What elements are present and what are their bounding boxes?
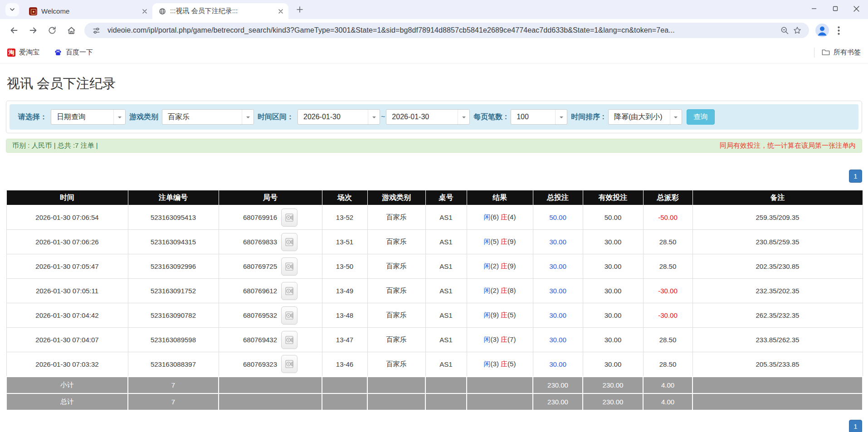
total-bet-link[interactable]: 30.00 bbox=[549, 238, 566, 246]
cell-bet-id: 523163094315 bbox=[128, 230, 219, 254]
footer-cell-4 bbox=[367, 377, 425, 393]
tab-bet-record[interactable]: :::视讯 会员下注纪录::: bbox=[152, 3, 288, 19]
column-header: 总投注 bbox=[533, 190, 583, 205]
tab-welcome[interactable]: Welcome bbox=[23, 3, 152, 19]
total-bet-link[interactable]: 30.00 bbox=[549, 311, 566, 319]
video-replay-button[interactable] bbox=[281, 306, 297, 325]
site-info-icon[interactable] bbox=[90, 24, 102, 37]
bookmark-taobao[interactable]: 淘 爱淘宝 bbox=[7, 48, 39, 57]
total-bet-link[interactable]: 30.00 bbox=[549, 287, 566, 295]
address-bar[interactable]: videoie.com/ipl/portal.php/game/betrecor… bbox=[84, 23, 809, 38]
video-replay-button[interactable] bbox=[281, 282, 297, 300]
chevron-down-icon[interactable] bbox=[242, 110, 254, 124]
cell-total-bet: 30.00 bbox=[533, 254, 583, 279]
cell-session: 13-46 bbox=[322, 352, 367, 377]
bookmark-baidu[interactable]: 百度一下 bbox=[54, 48, 93, 57]
taobao-icon: 淘 bbox=[7, 49, 15, 57]
column-header: 场次 bbox=[322, 190, 367, 205]
minimize-button[interactable] bbox=[803, 0, 824, 17]
cell-session: 13-47 bbox=[322, 328, 367, 352]
cell-game-type: 百家乐 bbox=[367, 279, 425, 303]
table-header: 时间注单编号局号场次游戏类别桌号结果总投注有效投注总派彩备注 bbox=[6, 190, 863, 205]
chevron-down-icon[interactable] bbox=[555, 110, 567, 124]
browser-menu-button[interactable] bbox=[833, 23, 844, 38]
cell-round-id: 680769916 bbox=[219, 205, 322, 230]
url-text[interactable]: videoie.com/ipl/portal.php/game/betrecor… bbox=[107, 26, 778, 34]
cell-valid-bet: 30.00 bbox=[583, 328, 643, 352]
bet-record-row: 2026-01-30 07:04:07523163089598680769432… bbox=[6, 328, 863, 352]
video-replay-button[interactable] bbox=[281, 355, 297, 373]
cell-time: 2026-01-30 07:03:32 bbox=[6, 352, 128, 377]
chevron-down-icon[interactable] bbox=[670, 110, 682, 124]
query-type-select[interactable]: 日期查询 bbox=[51, 109, 126, 125]
game-type-label: 游戏类别 bbox=[129, 112, 158, 122]
video-replay-button[interactable] bbox=[281, 257, 297, 276]
footer-cell-7: 230.00 bbox=[533, 377, 583, 393]
forward-button[interactable] bbox=[24, 22, 42, 39]
chevron-down-icon[interactable] bbox=[368, 110, 380, 124]
bookmark-label: 爱淘宝 bbox=[19, 48, 39, 57]
date-from-select[interactable]: 2026-01-30 bbox=[297, 109, 380, 125]
pagination-bottom: 1 bbox=[6, 420, 862, 432]
column-header: 时间 bbox=[6, 190, 128, 205]
search-button[interactable]: 查询 bbox=[687, 109, 715, 125]
cell-note: 233.85/262.35 bbox=[692, 328, 863, 352]
time-range-label: 时间区间： bbox=[258, 112, 294, 122]
footer-cell-3 bbox=[322, 377, 367, 393]
cell-result: 闲(5) 庄(9) bbox=[467, 230, 533, 254]
cell-game-type: 百家乐 bbox=[367, 352, 425, 377]
zoom-icon[interactable] bbox=[778, 24, 791, 37]
new-tab-button[interactable] bbox=[293, 3, 307, 16]
film-icon bbox=[285, 335, 294, 345]
page-button-1[interactable]: 1 bbox=[849, 420, 862, 432]
footer-cell-0: 小计 bbox=[6, 377, 128, 393]
close-icon bbox=[142, 9, 147, 14]
reload-button[interactable] bbox=[44, 22, 61, 39]
video-replay-button[interactable] bbox=[281, 209, 297, 227]
cell-table-no: AS1 bbox=[425, 352, 467, 377]
page-size-select[interactable]: 100 bbox=[511, 109, 567, 125]
tab-search-button[interactable] bbox=[5, 3, 19, 16]
back-button[interactable] bbox=[5, 22, 23, 39]
column-header: 游戏类别 bbox=[367, 190, 425, 205]
footer-cell-2 bbox=[219, 393, 322, 410]
cell-table-no: AS1 bbox=[425, 303, 467, 328]
cell-result: 闲(3) 庄(7) bbox=[467, 328, 533, 352]
welcome-favicon-icon bbox=[29, 7, 37, 15]
cell-note: 230.85/259.35 bbox=[692, 230, 863, 254]
all-bookmarks-button[interactable]: 所有书签 bbox=[814, 48, 861, 58]
bet-record-row: 2026-01-30 07:05:11523163091752680769612… bbox=[6, 279, 863, 303]
chevron-down-icon[interactable] bbox=[458, 110, 469, 124]
total-bet-link[interactable]: 30.00 bbox=[549, 336, 566, 344]
video-replay-button[interactable] bbox=[281, 233, 297, 251]
cell-game-type: 百家乐 bbox=[367, 205, 425, 230]
player-result: 闲 bbox=[484, 238, 491, 245]
total-bet-link[interactable]: 30.00 bbox=[549, 262, 566, 270]
total-bet-link[interactable]: 30.00 bbox=[549, 360, 566, 368]
profile-avatar[interactable] bbox=[815, 24, 829, 37]
tab-close-button[interactable] bbox=[276, 7, 285, 15]
total-bet-link[interactable]: 50.00 bbox=[549, 214, 566, 221]
cell-time: 2026-01-30 07:04:07 bbox=[6, 328, 128, 352]
cell-time: 2026-01-30 07:04:42 bbox=[6, 303, 128, 328]
video-replay-button[interactable] bbox=[281, 331, 297, 349]
footer-cell-8: 230.00 bbox=[583, 377, 643, 393]
date-to-select[interactable]: 2026-01-30 bbox=[386, 109, 470, 125]
maximize-button[interactable] bbox=[824, 0, 846, 17]
footer-cell-10 bbox=[692, 377, 863, 393]
cell-time: 2026-01-30 07:05:47 bbox=[6, 254, 128, 279]
bookmark-star-icon[interactable] bbox=[791, 24, 804, 37]
minimize-icon bbox=[811, 6, 817, 11]
home-button[interactable] bbox=[63, 22, 80, 39]
cell-table-no: AS1 bbox=[425, 254, 467, 279]
tab-close-button[interactable] bbox=[140, 7, 149, 15]
close-window-button[interactable] bbox=[846, 0, 867, 17]
currency-summary-text: 币别 : 人民币 | 总共 :7 注单 | bbox=[12, 141, 98, 150]
film-icon bbox=[285, 286, 294, 296]
sort-label: 时间排序 : bbox=[571, 112, 605, 122]
cell-round-id: 680769323 bbox=[219, 352, 322, 377]
game-type-select[interactable]: 百家乐 bbox=[162, 109, 254, 125]
page-button-1[interactable]: 1 bbox=[849, 170, 862, 183]
sort-select[interactable]: 降幂(由大到小) bbox=[608, 109, 682, 125]
chevron-down-icon[interactable] bbox=[113, 110, 125, 124]
